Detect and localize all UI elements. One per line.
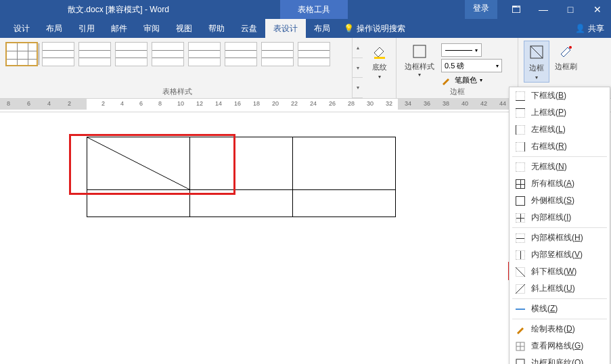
all-icon [515, 179, 526, 189]
table-style-thumb[interactable] [261, 42, 294, 66]
pen-color-button[interactable]: 笔颜色 ▾ [441, 74, 502, 85]
borders-dropdown-button[interactable]: 边框 ▾ [524, 41, 549, 83]
menu-item-label: 斜下框线(W) [531, 266, 576, 277]
border-menu-item-outside[interactable]: 外侧框线(S) [510, 192, 610, 209]
ruler-tick: 4 [120, 100, 124, 107]
table-style-thumb[interactable] [298, 42, 330, 66]
ihoriz-icon [515, 233, 526, 244]
table-cell[interactable] [87, 137, 190, 190]
table-cell[interactable] [190, 137, 293, 190]
svg-line-9 [516, 284, 525, 294]
table-cell[interactable] [293, 190, 396, 217]
border-menu-item-inside[interactable]: 内部框线(I) [510, 209, 610, 226]
table-style-thumb[interactable] [188, 42, 221, 66]
tab-references[interactable]: 引用 [70, 19, 103, 39]
border-menu-item-dialog[interactable]: 边框和底纹(O)... [510, 355, 610, 364]
diag-down-icon [515, 267, 526, 277]
border-painter-button[interactable]: 边框刷 [552, 41, 580, 83]
menu-item-label: 内部横框线(H) [531, 232, 583, 244]
table-style-thumb[interactable] [152, 42, 184, 66]
border-menu-item-none[interactable]: 无框线(N) [510, 158, 610, 175]
menu-item-label: 内部竖框线(V) [531, 249, 583, 260]
border-style-icon [410, 42, 429, 61]
border-menu-item-top[interactable]: 上框线(P) [510, 104, 610, 121]
gallery-more-button[interactable]: ▾ [353, 78, 363, 98]
table-cell[interactable] [293, 137, 396, 190]
group-label-borders: 边框 [450, 87, 465, 97]
menu-item-label: 查看网格线(G) [531, 340, 583, 352]
border-menu-item-bottom[interactable]: 下框线(B) [510, 87, 610, 104]
dialog-icon [515, 358, 526, 365]
tab-table-design[interactable]: 表设计 [265, 19, 306, 39]
tab-cloud[interactable]: 云盘 [233, 19, 265, 39]
login-button[interactable]: 登录 [465, 0, 497, 19]
share-icon: 👤 [575, 24, 585, 33]
none-icon [515, 162, 526, 173]
tell-me-search[interactable]: 💡 操作说明搜索 [344, 23, 405, 35]
border-menu-item-diag-up[interactable]: 斜上框线(U) [510, 280, 610, 297]
table-cell[interactable] [190, 190, 293, 217]
close-button[interactable]: ✕ [584, 0, 611, 19]
svg-rect-1 [413, 45, 426, 58]
tab-table-layout[interactable]: 布局 [306, 19, 338, 39]
menu-item-label: 外侧框线(S) [531, 195, 574, 206]
menu-item-label: 横线(Z) [531, 303, 558, 315]
document-table[interactable] [87, 137, 396, 217]
ruler-tick: 44 [499, 100, 506, 107]
border-menu-item-right[interactable]: 右框线(R) [510, 138, 610, 155]
ruler-tick: 34 [405, 100, 411, 107]
border-menu-item-left[interactable]: 左框线(L) [510, 121, 610, 138]
tell-me-label: 操作说明搜索 [357, 23, 405, 35]
border-menu-item-hline[interactable]: 横线(Z) [510, 300, 610, 317]
ruler-tick: 36 [424, 100, 430, 107]
border-menu-item-ivert[interactable]: 内部竖框线(V) [510, 246, 610, 263]
border-styles-label: 边框样式 [405, 62, 434, 70]
svg-rect-14 [516, 359, 524, 365]
paint-bucket-icon [370, 42, 389, 61]
tab-help[interactable]: 帮助 [200, 19, 233, 39]
line-weight-selector[interactable]: 0.5 磅 ▾ [441, 59, 502, 72]
menu-item-label: 右框线(R) [531, 141, 567, 152]
border-styles-button[interactable]: 边框样式 ▾ [402, 41, 437, 85]
ruler-tick: 40 [461, 100, 468, 107]
table-style-thumb[interactable] [5, 42, 38, 66]
table-style-thumb[interactable] [78, 42, 111, 66]
menu-item-label: 上框线(P) [531, 107, 566, 118]
menu-item-label: 内部框线(I) [531, 212, 571, 223]
border-menu-item-draw[interactable]: 绘制表格(D) [510, 321, 610, 338]
bottom-icon [515, 91, 526, 101]
tab-mailings[interactable]: 邮件 [103, 19, 135, 39]
ruler-tick: 42 [480, 100, 487, 107]
inside-icon [515, 212, 526, 223]
gallery-up-button[interactable]: ▴ [353, 38, 363, 58]
shading-button[interactable]: 底纹 ▾ [367, 41, 392, 81]
maximize-button[interactable]: □ [557, 0, 584, 19]
table-style-thumb[interactable] [225, 42, 257, 66]
ruler-tick: 10 [177, 100, 184, 107]
table-style-thumb[interactable] [115, 42, 148, 66]
table-cell[interactable] [87, 190, 190, 217]
gallery-down-button[interactable]: ▾ [353, 58, 363, 78]
ribbon-options-button[interactable]: 🗔 [503, 0, 530, 19]
menu-separator [512, 298, 607, 299]
tab-design[interactable]: 设计 [5, 19, 38, 39]
menu-item-label: 左框线(L) [531, 124, 566, 135]
ruler-tick: 2 [101, 100, 105, 107]
border-menu-item-diag-down[interactable]: 斜下框线(W) [510, 263, 610, 280]
border-menu-item-ihoriz[interactable]: 内部横框线(H) [510, 229, 610, 246]
minimize-button[interactable]: — [530, 0, 557, 19]
pen-color-label: 笔颜色 [455, 75, 477, 85]
ruler-tick: 4 [47, 100, 51, 107]
line-style-selector[interactable]: ▾ [441, 43, 482, 57]
tab-review[interactable]: 审阅 [135, 19, 168, 39]
border-menu-item-grid[interactable]: 查看网格线(G) [510, 338, 610, 355]
menu-item-label: 绘制表格(D) [531, 323, 575, 335]
tab-view[interactable]: 视图 [168, 19, 200, 39]
menu-separator [512, 319, 607, 319]
tab-layout[interactable]: 布局 [38, 19, 70, 39]
share-button[interactable]: 👤 共享 [575, 23, 604, 35]
table-style-thumb[interactable] [42, 42, 74, 66]
right-icon [515, 141, 526, 152]
ruler-tick: 14 [215, 100, 222, 107]
border-menu-item-all[interactable]: 所有框线(A) [510, 175, 610, 192]
